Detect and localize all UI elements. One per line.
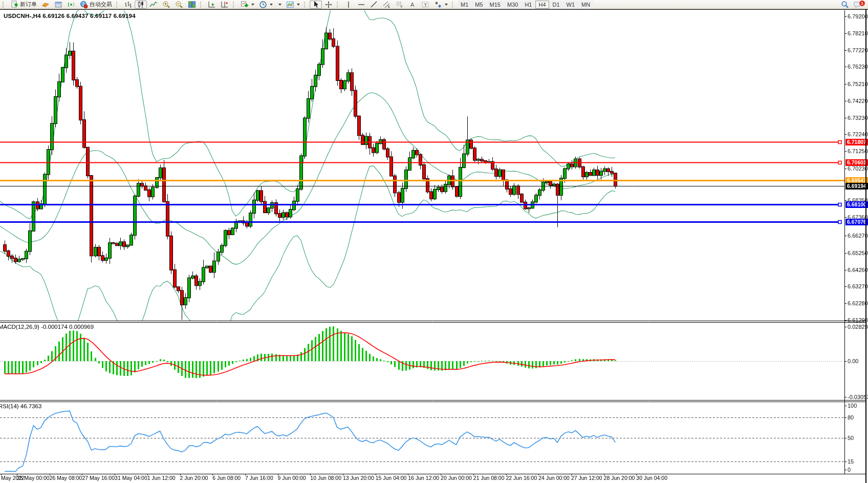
arrows-icon (434, 1, 442, 9)
metaeditor-icon (41, 1, 50, 9)
tile-windows-icon (188, 1, 196, 9)
vertical-line-button[interactable] (342, 1, 355, 9)
tab-timeframe-mn[interactable]: MN (578, 1, 593, 9)
new-order-button[interactable]: 新订单 (8, 1, 39, 9)
horizontal-line-button[interactable] (355, 1, 367, 9)
notifications-button[interactable]: 1 (852, 1, 864, 9)
date-label: 1 Jun 12:00 (147, 475, 176, 481)
date-label: 2 Jun 20:00 (180, 475, 208, 481)
candlestick-chart-button[interactable] (135, 1, 147, 9)
price-axis-label: 6.64260 (848, 267, 868, 273)
new-order-icon (10, 1, 18, 9)
profiles-button[interactable] (284, 1, 302, 9)
autotrading-label: 自动交易 (90, 1, 112, 8)
tab-timeframe-d1[interactable]: D1 (550, 1, 563, 9)
date-label: 24 Jun 00:00 (538, 475, 570, 481)
macd-axis-label: -0.030537 (848, 394, 868, 400)
tile-windows-button[interactable] (186, 1, 198, 9)
templates-button[interactable] (275, 1, 284, 9)
date-label: 16 Jun 12:00 (408, 475, 439, 481)
price-tag: 6.70601 (845, 159, 868, 166)
macd-axis-label: 0.00 (848, 358, 858, 364)
zoom-in-button[interactable] (160, 1, 172, 9)
date-label: 22 Jun 16:00 (506, 475, 537, 481)
tab-timeframe-m5[interactable]: M5 (472, 1, 486, 9)
price-tag: 6.71807 (845, 139, 868, 145)
date-label: 20 Jun 00:00 (441, 475, 472, 481)
tab-timeframe-m1[interactable]: M1 (458, 1, 471, 9)
fibonacci-button[interactable]: F (394, 1, 406, 9)
current-price-tag: 6.69194 (845, 183, 868, 190)
rsi-axis-label: 100 (848, 403, 857, 409)
toolbar-grip[interactable] (3, 2, 6, 8)
periods-button[interactable] (257, 1, 275, 9)
date-label: 31 May 04:00 (115, 475, 147, 481)
signals-button[interactable] (65, 1, 77, 9)
charts-window-button[interactable] (52, 1, 64, 9)
cursor-button[interactable] (310, 1, 322, 9)
new-order-label: 新订单 (20, 1, 37, 8)
metaeditor-button[interactable] (39, 1, 52, 9)
autotrading-button[interactable]: 自动交易 (78, 1, 114, 9)
price-axis-label: 6.78210 (848, 30, 868, 36)
bar-chart-button[interactable] (122, 1, 134, 9)
fibonacci-icon: F (396, 1, 404, 9)
price-axis-label: 6.70230 (848, 165, 868, 172)
toolbar-separator (304, 2, 308, 8)
date-label: 7 Jun 16:00 (245, 475, 273, 481)
price-axis-label: 6.63270 (848, 283, 868, 289)
text-label-button[interactable]: T (419, 1, 431, 9)
toolbar-separator (200, 2, 204, 8)
signals-icon (67, 1, 75, 9)
charts-window-icon (54, 1, 62, 9)
date-label: 26 May 08:00 (50, 475, 82, 481)
price-axis-label: 6.75210 (848, 81, 868, 87)
date-label: 13 Jun 20:00 (343, 475, 374, 481)
tab-timeframe-m30[interactable]: M30 (504, 1, 521, 9)
candlestick-chart-icon (137, 1, 145, 9)
tab-timeframe-h4[interactable]: H4 (535, 1, 549, 9)
rsi-axis-label: 80 (848, 414, 854, 421)
indicators-button[interactable] (238, 1, 256, 9)
date-label: 30 Jun 04:00 (636, 475, 667, 481)
equidistant-channel-button[interactable]: E (381, 1, 393, 9)
text-label-icon: T (421, 1, 429, 9)
zoom-in-icon (162, 1, 170, 9)
tab-timeframe-m15[interactable]: M15 (487, 1, 504, 9)
date-label: 21 Jun 08:00 (473, 475, 505, 481)
chart-profile-icon (286, 1, 294, 9)
toolbar-separator (233, 2, 236, 8)
zoom-out-button[interactable] (173, 1, 185, 9)
tab-timeframe-h1[interactable]: H1 (522, 1, 535, 9)
date-label: 6 Jun 08:00 (212, 475, 241, 481)
auto-scroll-button[interactable] (206, 1, 218, 9)
crosshair-button[interactable] (322, 1, 335, 9)
zoom-out-icon (175, 1, 183, 9)
trendline-button[interactable] (368, 1, 380, 9)
chart-window: USDCNH-,H4 6.69126 6.69437 6.69117 6.691… (0, 9, 868, 483)
search-button[interactable] (839, 1, 851, 9)
arrows-button[interactable] (432, 1, 450, 9)
rsi-axis-label: 50 (848, 435, 854, 441)
tab-timeframe-w1[interactable]: W1 (563, 1, 578, 9)
line-chart-button[interactable] (147, 1, 160, 9)
horizontal-line-icon (357, 1, 365, 9)
chevron-down-icon (297, 4, 300, 6)
text-button[interactable]: A (406, 1, 419, 9)
svg-text:F: F (401, 5, 403, 8)
chart-shift-icon (221, 1, 229, 9)
price-axis-label: 6.66270 (848, 233, 868, 239)
date-label: 9 Jun 00:00 (278, 475, 306, 481)
rsi-axis-label: 15 (848, 458, 854, 465)
date-label: 27 Jun 12:00 (571, 475, 602, 481)
autotrading-icon (80, 1, 88, 9)
macd-axis-label: 0.02829 (848, 324, 868, 330)
auto-scroll-icon (208, 1, 216, 9)
chart-shift-button[interactable] (219, 1, 231, 9)
line-chart-icon (149, 1, 158, 9)
chevron-down-icon (270, 4, 273, 6)
chart-canvas[interactable] (0, 10, 868, 483)
price-axis-label: 6.74220 (848, 98, 868, 104)
search-icon (841, 1, 849, 9)
toolbar: 新订单 自动交易 (0, 0, 868, 9)
